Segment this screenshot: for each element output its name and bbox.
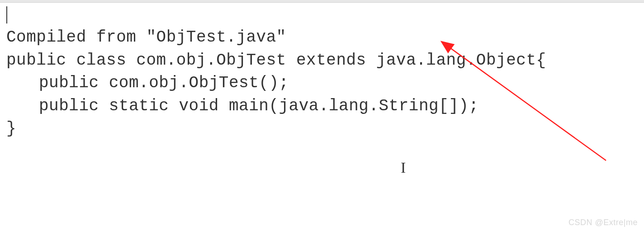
code-line-1: Compiled from "ObjTest.java" [6, 28, 286, 47]
code-line-3: public com.obj.ObjTest(); [6, 74, 289, 92]
code-line-2: public class com.obj.ObjTest extends jav… [6, 51, 546, 70]
code-block: Compiled from "ObjTest.java" public clas… [6, 4, 638, 140]
code-line-4: public static void main(java.lang.String… [6, 97, 479, 115]
editor-top-border [0, 0, 644, 3]
code-line-5: } [6, 119, 16, 138]
watermark-text: CSDN @Extre|me [568, 218, 638, 227]
ibeam-cursor-icon: I [401, 159, 406, 176]
